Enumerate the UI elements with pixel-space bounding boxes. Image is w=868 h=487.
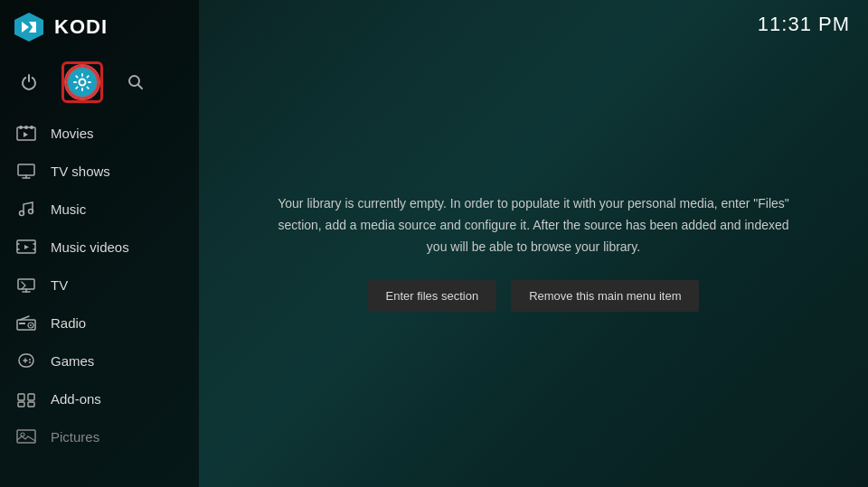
library-empty-message: Your library is currently empty. In orde… — [271, 193, 796, 258]
svg-point-26 — [21, 433, 24, 436]
enter-files-button[interactable]: Enter files section — [368, 280, 497, 312]
svg-rect-14 — [18, 279, 34, 289]
sidebar-item-movies-label: Movies — [51, 126, 94, 141]
sidebar-item-tv-label: TV — [51, 277, 68, 293]
action-buttons-group: Enter files section Remove this main men… — [368, 280, 700, 312]
search-button[interactable] — [119, 66, 152, 98]
radio-icon — [16, 313, 36, 332]
top-icons-bar — [0, 54, 199, 114]
svg-rect-23 — [18, 402, 24, 407]
music-icon — [16, 199, 36, 219]
main-content: 11:31 PM Your library is currently empty… — [199, 0, 868, 487]
app-header: KODI — [0, 0, 199, 54]
power-button[interactable] — [13, 66, 45, 98]
svg-point-4 — [80, 80, 86, 86]
sidebar-item-music-videos-label: Music videos — [51, 239, 129, 255]
sidebar-item-pictures-label: Pictures — [51, 429, 99, 445]
svg-rect-21 — [18, 394, 24, 400]
add-ons-icon — [16, 389, 36, 408]
svg-point-7 — [19, 126, 23, 129]
tv-icon — [16, 275, 36, 295]
svg-point-17 — [30, 324, 32, 326]
sidebar-item-pictures[interactable]: Pictures — [0, 417, 199, 455]
svg-point-12 — [29, 210, 33, 214]
settings-button[interactable] — [66, 66, 99, 98]
svg-point-9 — [30, 126, 33, 129]
sidebar-item-tv[interactable]: TV — [0, 266, 199, 304]
sidebar-nav: Movies TV shows — [0, 114, 199, 455]
pictures-icon — [16, 426, 36, 446]
sidebar-item-radio[interactable]: Radio — [0, 304, 199, 342]
svg-rect-18 — [19, 323, 25, 324]
sidebar-item-music-videos[interactable]: Music videos — [0, 228, 199, 266]
svg-point-11 — [20, 211, 24, 216]
svg-rect-22 — [28, 394, 34, 400]
svg-rect-10 — [18, 164, 34, 175]
clock-display: 11:31 PM — [758, 13, 850, 36]
sidebar-item-tv-shows-label: TV shows — [51, 164, 110, 179]
sidebar: KODI — [0, 0, 199, 487]
sidebar-item-music-label: Music — [51, 201, 86, 217]
sidebar-item-add-ons-label: Add-ons — [51, 391, 101, 407]
sidebar-item-radio-label: Radio — [51, 315, 86, 331]
sidebar-item-tv-shows[interactable]: TV shows — [0, 152, 199, 190]
app-container: KODI — [0, 0, 868, 487]
svg-point-8 — [24, 126, 28, 129]
svg-point-19 — [29, 359, 31, 361]
movies-icon — [16, 123, 36, 143]
svg-rect-24 — [28, 402, 34, 407]
games-icon — [16, 351, 36, 370]
svg-point-20 — [29, 361, 31, 363]
kodi-logo-icon — [13, 11, 45, 43]
remove-menu-item-button[interactable]: Remove this main menu item — [511, 280, 699, 312]
svg-rect-15 — [17, 320, 35, 330]
svg-rect-25 — [17, 430, 35, 443]
settings-button-wrapper[interactable] — [61, 61, 103, 103]
app-title: KODI — [54, 15, 108, 39]
sidebar-item-movies[interactable]: Movies — [0, 114, 199, 152]
sidebar-item-music[interactable]: Music — [0, 190, 199, 228]
sidebar-item-add-ons[interactable]: Add-ons — [0, 379, 199, 417]
sidebar-item-games[interactable]: Games — [0, 342, 199, 379]
sidebar-item-games-label: Games — [51, 353, 94, 369]
tv-shows-icon — [16, 161, 36, 181]
music-videos-icon — [16, 237, 36, 257]
center-content-area: Your library is currently empty. In orde… — [199, 18, 868, 487]
